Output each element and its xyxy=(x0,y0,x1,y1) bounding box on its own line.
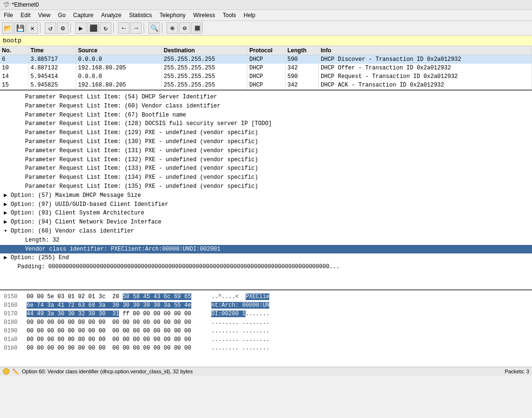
menu-capture[interactable]: Capture xyxy=(69,11,98,19)
cell-proto: DHCP xyxy=(247,72,286,81)
status-left: ✏️ Option 60: Vendor class identifier (d… xyxy=(3,368,193,375)
filter-bar xyxy=(0,36,532,46)
expand-arrow-57: ▶ xyxy=(4,192,10,199)
menu-help[interactable]: Help xyxy=(240,11,259,19)
cell-proto: DHCP xyxy=(247,64,286,72)
cell-info: DHCP Discover - Transaction ID 0x2a01293… xyxy=(319,55,532,64)
toolbar-sep-4 xyxy=(144,23,147,33)
stop-capture-button[interactable]: ⬛ xyxy=(88,22,99,34)
hex-ascii: ........ ........ xyxy=(211,335,269,344)
hex-row-0150: 0150 00 00 5e 03 01 02 01 3c 20 50 58 45… xyxy=(4,292,528,301)
menu-tools[interactable]: Tools xyxy=(219,11,240,19)
menu-wireless[interactable]: Wireless xyxy=(189,11,219,19)
ready-icon: ✏️ xyxy=(12,369,19,375)
open-file-button[interactable]: 📂 xyxy=(2,22,13,34)
detail-line: Parameter Request List Item: (131) PXE -… xyxy=(0,146,532,156)
zoom-out-button[interactable]: ⊖ xyxy=(179,22,190,34)
hex-bytes: 00 00 00 00 00 00 00 00 00 00 00 00 00 0… xyxy=(27,327,207,335)
menu-edit[interactable]: Edit xyxy=(17,11,34,19)
packet-list-header: No. Time Source Destination Protocol Len… xyxy=(0,46,532,55)
packet-row[interactable]: 15 5.945825 192.168.80.205 255.255.255.2… xyxy=(0,81,532,89)
detail-expandable-94[interactable]: ▶ Option: (94) Client Network Device Int… xyxy=(0,218,532,227)
detail-line: Parameter Request List Item: (130) PXE -… xyxy=(0,137,532,146)
hex-ascii: nt:Arch: 00000:UN xyxy=(211,301,269,310)
packet-row[interactable]: 6 3.885717 0.0.0.0 255.255.255.255 DHCP … xyxy=(0,55,532,64)
hex-bytes: 00 00 00 00 00 00 00 00 00 00 00 00 00 0… xyxy=(27,344,207,352)
packet-row[interactable]: 10 4.887132 192.168.80.205 255.255.255.2… xyxy=(0,64,532,72)
detail-line: Parameter Request List Item: (128) DOCSI… xyxy=(0,119,532,128)
detail-line: Parameter Request List Item: (54) DHCP S… xyxy=(0,93,532,102)
cell-no: 14 xyxy=(0,72,29,81)
menu-telephony[interactable]: Telephony xyxy=(156,11,189,19)
detail-expandable-57[interactable]: ▶ Option: (57) Maximum DHCP Message Size xyxy=(0,191,532,200)
hex-row-0190: 0190 00 00 00 00 00 00 00 00 00 00 00 00… xyxy=(4,327,528,335)
forward-button[interactable]: → xyxy=(130,22,142,34)
menu-view[interactable]: View xyxy=(34,11,54,19)
toolbar-sep-3 xyxy=(113,23,116,33)
detail-expandable-255[interactable]: ▶ Option: (255) End xyxy=(0,253,532,262)
back-button[interactable]: ← xyxy=(118,22,129,34)
detail-expandable-93[interactable]: ▶ Option: (93) Client System Architectur… xyxy=(0,209,532,218)
cell-time: 4.887132 xyxy=(29,64,76,72)
filter-input[interactable] xyxy=(3,37,529,44)
cell-no: 6 xyxy=(0,55,29,64)
hex-ascii: ..^....< PXEClie xyxy=(211,292,269,301)
cell-info: DHCP Request - Transaction ID 0x2a012932 xyxy=(319,72,532,81)
hex-bytes: 00 00 5e 03 01 02 01 3c 20 50 58 45 43 6… xyxy=(27,292,207,301)
toolbar-sep-2 xyxy=(70,23,73,33)
detail-length: Length: 32 xyxy=(0,236,532,245)
hex-offset: 0180 xyxy=(4,318,23,327)
zoom-in-button[interactable]: ⊕ xyxy=(167,22,178,34)
col-length: Length xyxy=(286,46,319,55)
col-protocol: Protocol xyxy=(247,46,286,55)
reload-button[interactable]: ↺ xyxy=(45,22,56,34)
cell-len: 342 xyxy=(286,64,319,72)
cell-dest: 255.255.255.255 xyxy=(162,81,247,89)
expand-arrow-97: ▶ xyxy=(4,201,10,208)
hex-offset: 0160 xyxy=(4,301,23,310)
status-message: Option 60: Vendor class identifier (dhcp… xyxy=(22,369,193,374)
hex-offset: 01b0 xyxy=(4,344,23,352)
menu-go[interactable]: Go xyxy=(54,11,69,19)
menu-statistics[interactable]: Statistics xyxy=(125,11,156,19)
menu-analyze[interactable]: Analyze xyxy=(98,11,126,19)
cell-time: 5.945414 xyxy=(29,72,76,81)
restart-capture-button[interactable]: ↻ xyxy=(100,22,111,34)
status-bar: ✏️ Option 60: Vendor class identifier (d… xyxy=(0,367,532,376)
cell-no: 15 xyxy=(0,81,29,89)
cell-source: 0.0.0.0 xyxy=(76,55,162,64)
menu-file[interactable]: File xyxy=(0,11,17,19)
hex-bytes: 6e 74 3a 41 72 63 68 3a 30 30 30 30 30 3… xyxy=(27,301,207,310)
close-file-button[interactable]: ✕ xyxy=(27,22,38,34)
detail-line: Parameter Request List Item: (132) PXE -… xyxy=(0,156,532,165)
hex-bytes: 00 00 00 00 00 00 00 00 00 00 00 00 00 0… xyxy=(27,318,207,327)
title-text: *Ethernet0 xyxy=(12,1,39,8)
detail-expandable-60[interactable]: ▾ Option: (60) Vendor class identifier xyxy=(0,227,532,236)
cell-proto: DHCP xyxy=(247,81,286,89)
expand-arrow-60: ▾ xyxy=(4,228,10,234)
detail-line: Parameter Request List Item: (133) PXE -… xyxy=(0,164,532,173)
col-no: No. xyxy=(0,46,29,55)
cell-len: 342 xyxy=(286,81,319,89)
status-icon xyxy=(3,368,10,375)
hex-offset: 01a0 xyxy=(4,335,23,344)
packet-row[interactable]: 14 5.945414 0.0.0.0 255.255.255.255 DHCP… xyxy=(0,72,532,81)
cell-time: 5.945825 xyxy=(29,81,76,89)
find-packet-button[interactable]: 🔍 xyxy=(148,22,160,34)
detail-line: Parameter Request List Item: (67) Bootfi… xyxy=(0,111,532,120)
cell-info: DHCP Offer - Transaction ID 0x2a012932 xyxy=(319,64,532,72)
capture-options-button[interactable]: ⚙ xyxy=(57,22,69,34)
detail-padding: Padding: 0000000000000000000000000000000… xyxy=(0,262,532,272)
zoom-normal-button[interactable]: 🔳 xyxy=(191,22,203,34)
detail-vendor-class[interactable]: Vendor class identifier: PXEClient:Arch:… xyxy=(0,245,532,254)
col-destination: Destination xyxy=(162,46,247,55)
app-icon: 🦈 xyxy=(3,1,10,8)
cell-source: 192.168.80.205 xyxy=(76,81,162,89)
hex-ascii: DI:00200 1....... xyxy=(211,310,269,318)
cell-no: 10 xyxy=(0,64,29,72)
save-file-button[interactable]: 💾 xyxy=(14,22,26,34)
col-time: Time xyxy=(29,46,76,55)
hex-bytes: 00 00 00 00 00 00 00 00 00 00 00 00 00 0… xyxy=(27,335,207,344)
start-capture-button[interactable]: ▶ xyxy=(75,22,87,34)
detail-expandable-97[interactable]: ▶ Option: (97) UUID/GUID-based Client Id… xyxy=(0,200,532,209)
